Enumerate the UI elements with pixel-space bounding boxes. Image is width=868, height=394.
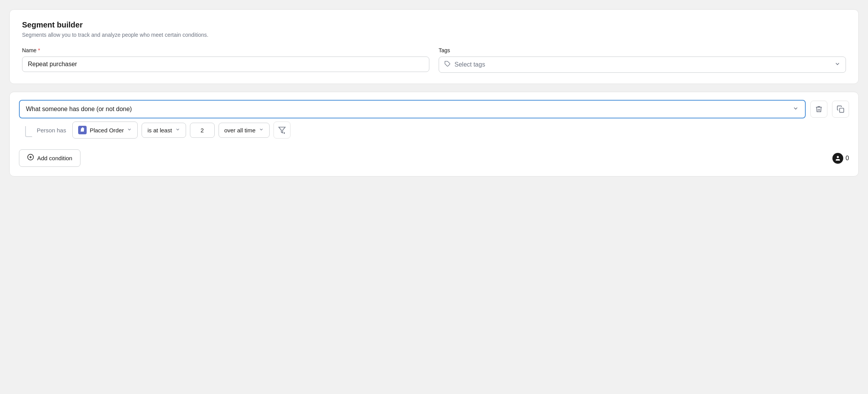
delete-condition-button[interactable]: [810, 101, 827, 118]
page-subtitle: Segments allow you to track and analyze …: [22, 32, 846, 38]
copy-condition-button[interactable]: [832, 101, 849, 118]
person-has-text: Person has: [37, 127, 66, 134]
segment-name-input[interactable]: [22, 57, 429, 72]
svg-rect-1: [840, 108, 844, 113]
connector-line: [25, 126, 32, 137]
tags-placeholder: Select tags: [455, 61, 485, 68]
add-condition-label: Add condition: [37, 155, 72, 161]
time-range-select[interactable]: over all time: [219, 123, 270, 138]
svg-marker-2: [279, 127, 285, 133]
condition-fields: Placed Order is at least: [72, 122, 849, 139]
user-count-value: 0: [846, 155, 849, 162]
operator-label: is at least: [147, 127, 172, 134]
connector-wrapper: [19, 123, 32, 137]
user-avatar-icon: [832, 153, 843, 164]
operator-chevron-icon: [175, 127, 180, 133]
page-title: Segment builder: [22, 21, 846, 29]
sub-condition-row: Person has Placed Order is at least: [19, 122, 849, 139]
event-chevron-icon: [127, 127, 132, 133]
svg-point-8: [837, 156, 839, 158]
shopify-icon: [78, 126, 87, 134]
tags-chevron-icon: [834, 61, 841, 69]
add-condition-icon: [27, 154, 34, 163]
required-indicator: *: [38, 47, 40, 53]
time-range-chevron-icon: [259, 127, 264, 133]
name-label: Name *: [22, 47, 429, 53]
user-count-display: 0: [832, 153, 849, 164]
add-condition-button[interactable]: Add condition: [19, 149, 80, 167]
tags-label: Tags: [439, 47, 846, 53]
tags-select[interactable]: Select tags: [439, 57, 846, 73]
condition-type-chevron-icon: [793, 105, 799, 113]
condition-builder-card: What someone has done (or not done): [9, 92, 859, 176]
event-select[interactable]: Placed Order: [72, 122, 138, 139]
condition-type-select[interactable]: What someone has done (or not done): [19, 100, 806, 118]
time-range-label: over all time: [224, 127, 256, 134]
condition-type-row: What someone has done (or not done): [19, 100, 849, 118]
tags-select-wrapper: Select tags: [439, 57, 846, 73]
filter-button[interactable]: [273, 122, 290, 139]
condition-type-label: What someone has done (or not done): [26, 106, 132, 113]
operator-select[interactable]: is at least: [142, 123, 186, 138]
segment-builder-card: Segment builder Segments allow you to tr…: [9, 9, 859, 84]
tag-icon: [444, 61, 451, 69]
quantity-input[interactable]: [190, 123, 215, 138]
event-label: Placed Order: [90, 127, 124, 134]
bottom-row: Add condition 0: [19, 149, 849, 167]
